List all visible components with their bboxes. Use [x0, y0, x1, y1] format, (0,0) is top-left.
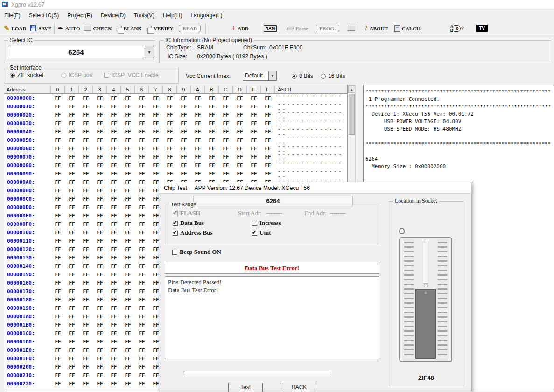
hex-byte-cell[interactable]: FF [107, 305, 121, 311]
hex-byte-cell[interactable]: FF [261, 112, 275, 118]
hex-byte-cell[interactable]: FF [93, 280, 107, 286]
hex-byte-cell[interactable]: FF [51, 356, 65, 362]
hex-byte-cell[interactable]: FF [65, 188, 79, 194]
hex-byte-cell[interactable]: FF [93, 238, 107, 244]
hex-byte-cell[interactable]: FF [135, 347, 149, 353]
hex-byte-cell[interactable]: FF [51, 272, 65, 278]
hex-byte-cell[interactable]: FF [65, 230, 79, 236]
hex-byte-cell[interactable]: FF [163, 154, 177, 160]
hex-byte-cell[interactable]: FF [233, 112, 247, 118]
hex-byte-cell[interactable]: FF [261, 154, 275, 160]
hex-byte-cell[interactable]: FF [51, 381, 65, 387]
hex-byte-cell[interactable]: FF [191, 171, 205, 177]
hex-byte-cell[interactable]: FF [79, 314, 93, 320]
hex-byte-cell[interactable]: FF [51, 137, 65, 143]
hex-byte-cell[interactable]: FF [135, 230, 149, 236]
hex-byte-cell[interactable]: FF [65, 330, 79, 336]
hex-byte-cell[interactable]: FF [93, 297, 107, 303]
hex-byte-cell[interactable]: FF [121, 272, 135, 278]
hex-byte-cell[interactable]: FF [93, 137, 107, 143]
hex-byte-cell[interactable]: FF [79, 330, 93, 336]
hex-byte-cell[interactable]: FF [79, 381, 93, 387]
hex-byte-cell[interactable]: FF [219, 129, 233, 135]
beep-sound-checkbox[interactable]: Beep Sound ON [172, 248, 221, 256]
hex-byte-cell[interactable]: FF [51, 372, 65, 378]
hex-byte-cell[interactable]: FF [121, 196, 135, 202]
hex-byte-cell[interactable]: FF [219, 137, 233, 143]
hex-byte-cell[interactable]: FF [65, 129, 79, 135]
hex-byte-cell[interactable]: FF [135, 356, 149, 362]
hex-byte-cell[interactable]: FF [121, 339, 135, 345]
hex-byte-cell[interactable]: FF [93, 179, 107, 185]
hex-byte-cell[interactable]: FF [233, 154, 247, 160]
hex-byte-cell[interactable]: FF [121, 305, 135, 311]
erase-button[interactable]: Erase [287, 26, 308, 31]
hex-byte-cell[interactable]: FF [51, 305, 65, 311]
hex-byte-cell[interactable]: FF [51, 129, 65, 135]
hex-byte-cell[interactable]: FF [121, 162, 135, 168]
hex-byte-cell[interactable]: FF [163, 146, 177, 152]
hex-byte-cell[interactable]: FF [79, 322, 93, 328]
hex-byte-cell[interactable]: FF [107, 314, 121, 320]
scrollbar-thumb[interactable] [349, 94, 355, 135]
hex-byte-cell[interactable]: FF [261, 95, 275, 101]
hex-byte-cell[interactable]: FF [135, 196, 149, 202]
hex-byte-cell[interactable]: FF [51, 188, 65, 194]
hex-byte-cell[interactable]: FF [121, 288, 135, 294]
bits8-radio[interactable]: 8 Bits [292, 73, 313, 79]
hex-byte-cell[interactable]: FF [135, 129, 149, 135]
hex-byte-cell[interactable]: FF [65, 272, 79, 278]
hex-byte-cell[interactable]: FF [65, 104, 79, 110]
hex-byte-cell[interactable]: FF [93, 129, 107, 135]
hex-byte-cell[interactable]: FF [177, 146, 191, 152]
hex-byte-cell[interactable]: FF [247, 137, 261, 143]
hex-byte-cell[interactable]: FF [135, 372, 149, 378]
hex-byte-cell[interactable]: FF [107, 238, 121, 244]
hex-byte-cell[interactable]: FF [233, 137, 247, 143]
hex-byte-cell[interactable]: FF [121, 372, 135, 378]
chip-test-button[interactable] [348, 26, 355, 31]
hex-byte-cell[interactable]: FF [219, 95, 233, 101]
hex-byte-cell[interactable]: FF [65, 95, 79, 101]
hex-byte-cell[interactable]: FF [177, 171, 191, 177]
hex-byte-cell[interactable]: FF [93, 339, 107, 345]
hex-byte-cell[interactable]: FF [163, 120, 177, 126]
hex-byte-cell[interactable]: FF [135, 272, 149, 278]
hex-byte-cell[interactable]: FF [191, 154, 205, 160]
hex-byte-cell[interactable]: FF [79, 347, 93, 353]
auto-button[interactable]: ✒ AUTO [57, 25, 80, 32]
hex-byte-cell[interactable]: FF [107, 255, 121, 261]
hex-byte-cell[interactable]: FF [93, 146, 107, 152]
hex-byte-cell[interactable]: FF [79, 372, 93, 378]
hex-byte-cell[interactable]: FF [65, 179, 79, 185]
hex-byte-cell[interactable]: FF [65, 246, 79, 252]
hex-byte-cell[interactable]: FF [177, 95, 191, 101]
hex-byte-cell[interactable]: FF [247, 146, 261, 152]
hex-byte-cell[interactable]: FF [93, 372, 107, 378]
hex-byte-cell[interactable]: FF [65, 255, 79, 261]
hex-byte-cell[interactable]: FF [233, 129, 247, 135]
hex-byte-cell[interactable]: FF [93, 255, 107, 261]
hex-byte-cell[interactable]: FF [177, 129, 191, 135]
hex-byte-cell[interactable]: FF [79, 120, 93, 126]
hex-byte-cell[interactable]: FF [121, 104, 135, 110]
hex-byte-cell[interactable]: FF [177, 120, 191, 126]
address-bus-checkbox[interactable]: Address Bus [173, 229, 212, 237]
hex-byte-cell[interactable]: FF [93, 263, 107, 269]
hex-byte-cell[interactable]: FF [93, 314, 107, 320]
hex-byte-cell[interactable]: FF [107, 263, 121, 269]
verify-button[interactable]: VERIFY [146, 26, 173, 31]
hex-byte-cell[interactable]: FF [163, 162, 177, 168]
hex-byte-cell[interactable]: FF [191, 146, 205, 152]
menu-file[interactable]: File(F) [0, 12, 25, 19]
hex-byte-cell[interactable]: FF [79, 238, 93, 244]
hex-byte-cell[interactable]: FF [51, 347, 65, 353]
hex-byte-cell[interactable]: FF [107, 146, 121, 152]
vcc-imax-combo[interactable]: Default ▼ [243, 71, 277, 81]
hex-byte-cell[interactable]: FF [107, 246, 121, 252]
hex-byte-cell[interactable]: FF [233, 104, 247, 110]
hex-byte-cell[interactable]: FF [93, 188, 107, 194]
title-bar[interactable]: Xgpro v12.67 [0, 0, 554, 9]
hex-byte-cell[interactable]: FF [107, 104, 121, 110]
hex-byte-cell[interactable]: FF [135, 255, 149, 261]
